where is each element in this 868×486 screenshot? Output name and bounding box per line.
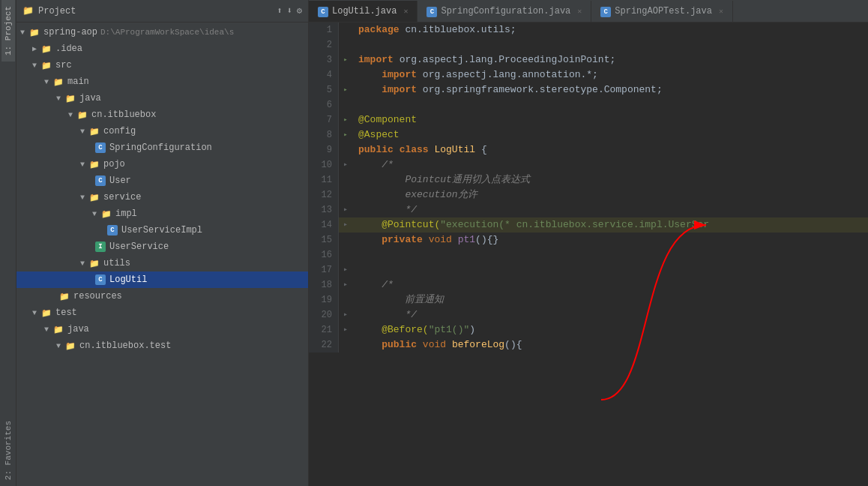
header-icon-1[interactable]: ⬆ xyxy=(277,5,282,16)
tree-src[interactable]: ▼ 📁 src xyxy=(16,57,308,74)
code-editor[interactable]: 1 package cn.itbluebox.utils; 2 3 ▸ impo… xyxy=(309,22,868,486)
line-gutter-13: ▸ xyxy=(339,202,352,218)
cn-label: cn.itbluebox xyxy=(91,110,156,120)
springconf-arrow xyxy=(88,142,94,154)
line-gutter-17: ▸ xyxy=(339,262,352,278)
tree-pojo[interactable]: ▼ 📁 pojo xyxy=(16,156,308,172)
tree-utils[interactable]: ▼ 📁 utils xyxy=(16,255,308,272)
code-line-12: 12 execution允许 xyxy=(309,188,868,202)
code-line-5: 5 ▸ import org.springframework.stereotyp… xyxy=(309,82,868,98)
main-folder-icon: 📁 xyxy=(52,76,64,88)
line-gutter-8: ▸ xyxy=(339,128,352,142)
main-arrow: ▼ xyxy=(40,76,52,88)
code-line-2: 2 xyxy=(309,38,868,52)
tree-main[interactable]: ▼ 📁 main xyxy=(16,74,308,90)
code-line-13: 13 ▸ */ xyxy=(309,202,868,218)
line-num-2: 2 xyxy=(309,38,339,52)
tab-logutil[interactable]: C LogUtil.java ✕ xyxy=(309,1,418,22)
config-folder-icon: 📁 xyxy=(88,125,100,137)
tree-service[interactable]: ▼ 📁 service xyxy=(16,189,308,206)
config-label: config xyxy=(103,126,136,136)
tree-user-service-impl[interactable]: C UserServiceImpl xyxy=(16,222,308,238)
tree-test[interactable]: ▼ 📁 test xyxy=(16,304,308,321)
root-path: D:\AProgramWorkSpace\idea\s xyxy=(100,28,234,37)
tree-user[interactable]: C User xyxy=(16,172,308,189)
tree-cn-itbluebox-test[interactable]: ▼ 📁 cn.itbluebox.test xyxy=(16,338,308,354)
src-label: src xyxy=(55,60,72,70)
line-num-15: 15 xyxy=(309,232,339,248)
logutil-arrow xyxy=(88,274,94,286)
tree-idea[interactable]: ▶ 📁 .idea xyxy=(16,40,308,57)
tree-resources[interactable]: 📁 resources xyxy=(16,288,308,304)
line-content-5: import org.springframework.stereotype.Co… xyxy=(352,82,663,98)
service-folder-icon: 📁 xyxy=(88,191,100,203)
utils-folder-icon: 📁 xyxy=(88,257,100,269)
line-num-17: 17 xyxy=(309,262,339,278)
config-arrow: ▼ xyxy=(76,125,88,137)
tab-springtest-close[interactable]: ✕ xyxy=(719,7,723,16)
pojo-arrow: ▼ xyxy=(76,158,88,170)
code-line-16: 16 xyxy=(309,248,868,262)
us-label: UserService xyxy=(109,242,169,252)
line-content-20: */ xyxy=(352,308,417,322)
utils-arrow: ▼ xyxy=(76,257,88,269)
line-gutter-21: ▸ xyxy=(339,322,352,338)
header-icon-2[interactable]: ⬇ xyxy=(287,5,292,16)
code-line-15: 15 private void pt1(){} xyxy=(309,232,868,248)
service-label: service xyxy=(103,192,141,202)
header-icon-3[interactable]: ⚙ xyxy=(297,5,302,16)
tree-config[interactable]: ▼ 📁 config xyxy=(16,123,308,140)
project-panel-header: 📁 Project ⬆ ⬇ ⚙ xyxy=(16,0,308,22)
code-line-21: 21 ▸ @Before("pt1()") xyxy=(309,322,868,338)
test-arrow: ▼ xyxy=(28,307,40,319)
us-iface-icon: I xyxy=(94,241,106,253)
line-gutter-7: ▸ xyxy=(339,112,352,128)
tree-java-test[interactable]: ▼ 📁 java xyxy=(16,321,308,338)
tab-springtest[interactable]: C SpringAOPTest.java ✕ xyxy=(591,1,733,22)
code-line-6: 6 xyxy=(309,98,868,112)
line-content-22: public void beforeLog(){ xyxy=(352,338,522,352)
tree-spring-configuration[interactable]: C SpringConfiguration xyxy=(16,140,308,156)
line-content-19: 前置通知 xyxy=(352,292,444,308)
code-line-1: 1 package cn.itbluebox.utils; xyxy=(309,22,868,38)
line-content-1: package cn.itbluebox.utils; xyxy=(352,22,516,38)
tree-user-service[interactable]: I UserService xyxy=(16,238,308,255)
main-label: main xyxy=(67,76,89,87)
us-arrow xyxy=(88,241,94,253)
favorites-tool-tab[interactable]: 2: Favorites xyxy=(1,415,15,486)
line-content-12: execution允许 xyxy=(352,188,477,202)
tab-springtest-icon: C xyxy=(600,6,611,17)
tree-log-util[interactable]: C LogUtil xyxy=(16,272,308,288)
line-content-3: import org.aspectj.lang.ProceedingJoinPo… xyxy=(352,52,615,68)
code-line-18: 18 ▸ /* xyxy=(309,278,868,292)
line-content-14: @Pointcut("execution(* cn.itbluebox.serv… xyxy=(352,218,709,232)
test-folder-icon: 📁 xyxy=(40,307,52,319)
line-num-21: 21 xyxy=(309,322,339,338)
root-name: spring-aop xyxy=(43,27,97,38)
line-gutter-3: ▸ xyxy=(339,52,352,68)
user-arrow xyxy=(88,175,94,187)
tree-root[interactable]: ▼ 📁 spring-aop D:\AProgramWorkSpace\idea… xyxy=(16,24,308,40)
tree-cn-itbluebox[interactable]: ▼ 📁 cn.itbluebox xyxy=(16,106,308,123)
project-panel: 📁 Project ⬆ ⬇ ⚙ ▼ 📁 spring-aop D:\AProgr… xyxy=(16,0,309,486)
tree-java[interactable]: ▼ 📁 java xyxy=(16,90,308,106)
usimpl-class-icon: C xyxy=(106,224,118,236)
logutil-label: LogUtil xyxy=(109,274,147,285)
springconf-label: SpringConfiguration xyxy=(109,142,212,153)
impl-label: impl xyxy=(115,208,137,219)
project-tool-tab[interactable]: 1: Project xyxy=(1,0,15,62)
tab-logutil-close[interactable]: ✕ xyxy=(403,7,408,16)
user-class-icon: C xyxy=(94,175,106,187)
cn-folder-icon: 📁 xyxy=(76,109,88,121)
line-content-9: public class LogUtil { xyxy=(352,142,487,158)
code-line-10: 10 ▸ /* xyxy=(309,158,868,172)
tree-impl[interactable]: ▼ 📁 impl xyxy=(16,206,308,222)
line-num-1: 1 xyxy=(309,22,339,38)
code-line-8: 8 ▸ @Aspect xyxy=(309,128,868,142)
tab-springconfig[interactable]: C SpringConfiguration.java ✕ xyxy=(418,1,591,22)
tab-springconfig-close[interactable]: ✕ xyxy=(577,7,582,16)
cn-test-label: cn.itbluebox.test xyxy=(79,340,171,351)
code-line-20: 20 ▸ */ xyxy=(309,308,868,322)
res-arrow xyxy=(52,290,58,302)
line-num-7: 7 xyxy=(309,112,339,128)
